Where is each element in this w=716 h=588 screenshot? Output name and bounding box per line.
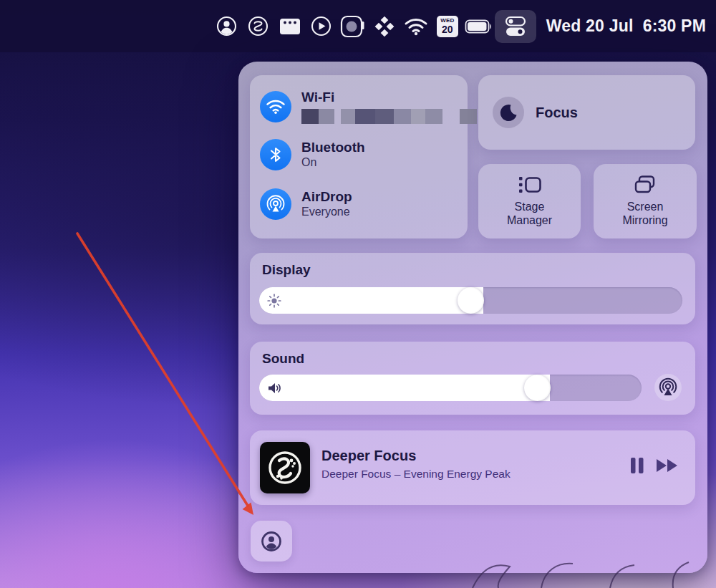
wifi-toggle-button[interactable] — [260, 91, 291, 122]
now-playing-title: Deeper Focus — [321, 448, 416, 464]
stage-manager-label: Stage Manager — [507, 201, 552, 228]
user-switch-icon[interactable] — [211, 10, 243, 43]
screen-mirroring-tile[interactable]: Screen Mirroring — [594, 164, 697, 238]
bluetooth-toggle-button[interactable] — [260, 139, 291, 170]
wifi-row: Wi-Fi — [260, 90, 477, 124]
bluetooth-label: Bluetooth — [301, 140, 365, 155]
fast-forward-button[interactable] — [655, 456, 679, 475]
brightness-sun-icon — [267, 294, 281, 308]
sound-volume-slider[interactable] — [259, 375, 642, 401]
bluetooth-status: On — [301, 155, 365, 169]
display-slider-knob[interactable] — [458, 287, 484, 314]
screenshot-camera-icon[interactable] — [337, 10, 369, 43]
pause-icon — [629, 456, 645, 475]
airdrop-label: AirDrop — [301, 189, 352, 205]
focus-card[interactable]: Focus — [478, 75, 695, 150]
sound-card: Sound — [250, 342, 695, 415]
airdrop-toggle-button[interactable] — [260, 188, 291, 220]
calendar-day: 20 — [442, 24, 453, 34]
wifi-network-name-redacted — [301, 109, 477, 124]
screen-mirroring-icon — [633, 175, 657, 195]
stage-manager-tile[interactable]: Stage Manager — [478, 164, 581, 238]
airdrop-icon — [266, 194, 286, 214]
wifi-icon — [266, 99, 286, 115]
menu-bar-clock[interactable]: Wed 20 Jul 6:30 PM — [546, 16, 706, 36]
calendar-date-icon[interactable]: WED 20 — [432, 10, 463, 43]
airplay-audio-icon — [658, 377, 678, 397]
bluetooth-row: Bluetooth On — [260, 139, 365, 170]
display-brightness-slider[interactable] — [259, 287, 682, 314]
sound-slider-fill — [259, 375, 550, 401]
now-playing-subtitle: Deeper Focus – Evening Energy Peak — [321, 468, 511, 481]
pause-button[interactable] — [629, 456, 645, 475]
bluetooth-icon — [268, 145, 283, 164]
menu-bar: WED 20 Wed 20 Jul 6:30 PM — [0, 0, 716, 52]
focus-moon-icon — [493, 97, 524, 128]
knot-circle-icon[interactable] — [243, 10, 274, 43]
wifi-label: Wi-Fi — [301, 90, 477, 105]
speaker-icon — [267, 381, 283, 395]
focus-label: Focus — [536, 105, 578, 121]
battery-icon[interactable] — [463, 10, 495, 43]
keyboard-window-icon[interactable] — [274, 10, 306, 43]
airdrop-row: AirDrop Everyone — [260, 188, 352, 220]
display-slider-fill — [259, 287, 483, 314]
control-center-panel: Wi-Fi Bluetooth On — [238, 62, 707, 573]
airplay-audio-button[interactable] — [654, 374, 682, 401]
control-center-icon[interactable] — [495, 10, 536, 43]
album-art — [260, 442, 310, 493]
screen-mirroring-label: Screen Mirroring — [622, 201, 667, 228]
calendar-weekday: WED — [440, 18, 454, 24]
user-shortcut-button[interactable] — [251, 521, 292, 562]
display-card: Display — [250, 253, 695, 324]
airdrop-status: Everyone — [301, 205, 352, 218]
wifi-status-icon[interactable] — [400, 10, 432, 43]
stage-manager-icon — [518, 175, 542, 195]
calendar-face: WED 20 — [437, 16, 458, 37]
connectivity-card: Wi-Fi Bluetooth On — [250, 75, 468, 238]
sound-slider-knob[interactable] — [524, 375, 551, 401]
display-label: Display — [262, 262, 311, 278]
sound-label: Sound — [262, 351, 304, 367]
tidal-diamonds-icon[interactable] — [369, 10, 400, 43]
play-circle-icon[interactable] — [306, 10, 337, 43]
fast-forward-icon — [655, 456, 679, 475]
now-playing-card: Deeper Focus Deeper Focus – Evening Ener… — [250, 430, 695, 505]
user-circle-icon — [260, 530, 283, 553]
